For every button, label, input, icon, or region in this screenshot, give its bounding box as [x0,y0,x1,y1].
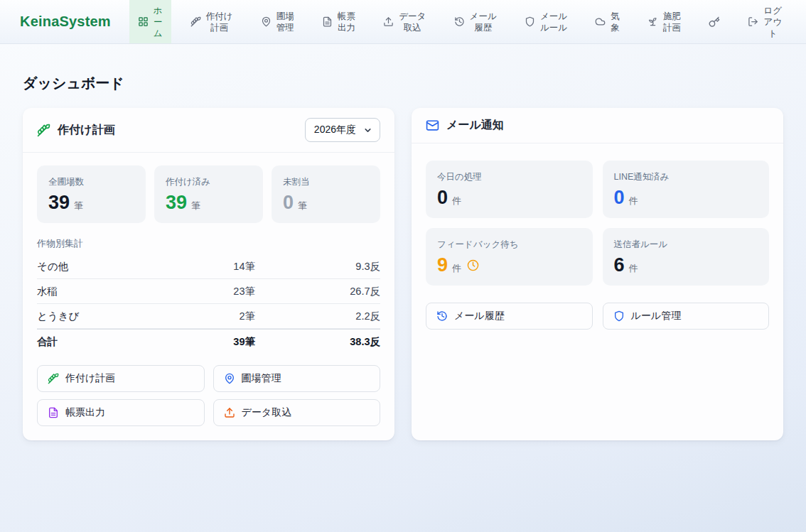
cloud-icon [595,16,606,27]
nav-label: 作付け 計画 [206,11,233,33]
nav-item-fertilizer[interactable]: 施肥 計画 [639,0,689,43]
nav-item-fields[interactable]: 圃場 管理 [252,0,303,43]
stat-unit: 件 [452,262,461,275]
stat-label: 未割当 [283,176,369,188]
history-icon [454,16,465,27]
stat-unit: 筆 [74,200,83,212]
nav-label: メール ルール [540,11,567,33]
stat-feedback-pending: フィードバック待ち 9件 [426,228,593,286]
stat-unit: 件 [629,262,638,275]
stat-label: 今日の処理 [437,171,581,183]
button-label: 作付け計画 [65,372,115,385]
table-row: とうきび 2筆 2.2反 [37,304,380,329]
stat-label: 作付け済み [166,176,252,188]
stat-value: 39 [48,192,70,213]
stat-unit: 筆 [191,200,200,212]
field-management-button[interactable]: 圃場管理 [213,365,381,392]
wheat-icon [190,16,201,27]
stat-planted: 作付け済み 39筆 [154,165,263,223]
nav-item-weather[interactable]: 気 象 [586,0,628,43]
button-label: ルール管理 [631,310,682,322]
stat-value: 6 [614,254,625,276]
crop-count: 2筆 [163,308,255,324]
stat-today-processed: 今日の処理 0件 [426,161,593,218]
year-select-value: 2026年度 [314,124,356,136]
nav-item-password[interactable] [700,0,729,43]
nav-item-import[interactable]: データ 取込 [375,0,434,43]
stat-unit: 筆 [298,200,307,212]
nav-label: 帳票 出力 [338,11,355,33]
stat-value: 0 [283,192,294,213]
nav-label: ログ アウ ト [763,5,782,39]
crop-count: 14筆 [163,259,255,274]
crop-name: その他 [37,259,163,274]
crop-area: 26.7反 [255,283,380,299]
planting-plan-card: 作付け計画 2026年度 全圃場数 39筆 作付け済み [23,108,394,440]
nav-label: データ 取込 [399,11,426,33]
planting-card-title: 作付け計画 [37,123,114,138]
stat-label: LINE通知済み [614,171,758,183]
map-pin-icon [261,16,272,27]
shield-icon [525,16,535,27]
button-label: メール履歴 [454,310,505,322]
table-row: その他 14筆 9.3反 [37,254,380,279]
app-header: KeinaSystem ホ ー ム 作付け 計画 圃場 管理 帳票 出力 [0,0,806,44]
stat-label: フィードバック待ち [437,239,581,251]
nav-label: 施肥 計画 [663,11,681,33]
crop-name: 水稲 [37,283,163,299]
key-icon [709,16,720,28]
stat-label: 送信者ルール [614,239,758,251]
crop-count: 39筆 [163,334,255,349]
crop-area: 9.3反 [255,259,380,274]
planting-card-header: 作付け計画 2026年度 [23,108,394,153]
report-output-button[interactable]: 帳票出力 [37,399,205,426]
nav-label: 圃場 管理 [276,11,294,33]
nav-item-reports[interactable]: 帳票 出力 [313,0,364,43]
wheat-icon [48,373,59,384]
upload-icon [383,16,394,27]
planting-card-body: 全圃場数 39筆 作付け済み 39筆 未割当 0筆 作物別集計 その [23,153,394,440]
stat-label: 全圃場数 [48,176,134,188]
table-row-total: 合計 39筆 38.3反 [37,329,380,354]
mail-card-header: メール通知 [412,108,783,143]
crop-summary-caption: 作物別集計 [37,237,380,250]
crop-count: 23筆 [163,283,255,299]
history-icon [436,310,448,322]
mail-card-title-text: メール通知 [446,118,504,133]
grid-icon [138,16,149,27]
stat-sender-rules: 送信者ルール 6件 [603,228,770,286]
button-label: 圃場管理 [242,372,281,385]
crop-name: とうきび [37,308,163,324]
nav-item-planting[interactable]: 作付け 計画 [182,0,242,43]
wheat-icon [37,124,50,137]
app-logo: KeinaSystem [0,0,129,43]
crop-area: 2.2反 [255,308,380,324]
crop-area: 38.3反 [255,334,380,349]
data-import-button[interactable]: データ取込 [213,399,381,426]
shield-icon [613,310,625,322]
nav-label: ホ ー ム [154,5,163,39]
nav-item-home[interactable]: ホ ー ム [129,0,171,43]
planting-plan-button[interactable]: 作付け計画 [37,365,205,392]
nav-item-logout[interactable]: ログ アウ ト [739,0,790,43]
year-select[interactable]: 2026年度 [305,118,380,142]
crop-name: 合計 [37,334,163,349]
stat-value: 39 [166,192,187,213]
dashboard-main: ダッシュボード 作付け計画 2026年度 [0,44,806,440]
mail-icon [426,119,439,132]
rule-management-button[interactable]: ルール管理 [603,303,770,330]
nav-item-mail-history[interactable]: メール 履歴 [446,0,505,43]
stat-value: 0 [614,187,625,208]
planting-card-title-text: 作付け計画 [58,123,114,138]
stat-unassigned: 未割当 0筆 [272,165,380,223]
stat-value: 0 [437,187,448,208]
document-icon [322,16,333,27]
stat-unit: 件 [629,195,638,207]
nav-item-mail-rules[interactable]: メール ルール [516,0,576,43]
button-label: 帳票出力 [65,406,105,419]
chevron-down-icon [363,126,372,135]
mail-card-body: 今日の処理 0件 LINE通知済み 0件 フィードバック待ち 9件 [412,143,783,344]
mail-history-button[interactable]: メール履歴 [426,303,593,330]
map-pin-icon [224,373,235,384]
stat-line-notified: LINE通知済み 0件 [603,161,770,218]
